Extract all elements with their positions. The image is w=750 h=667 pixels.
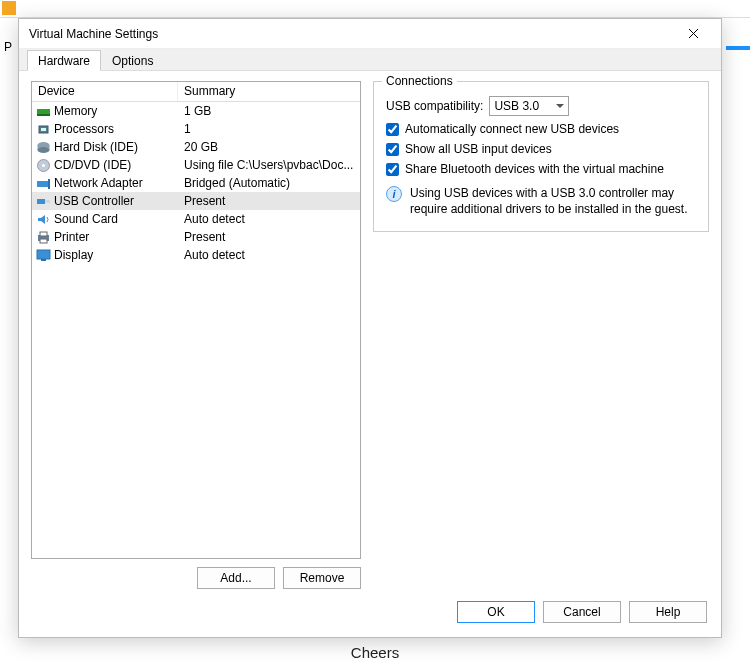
svg-rect-16 <box>37 250 50 259</box>
svg-rect-11 <box>37 199 45 204</box>
left-column: Device Summary Memory1 GBProcessors1Hard… <box>31 81 361 589</box>
device-summary: Auto detect <box>178 248 360 262</box>
device-row-hdd[interactable]: Hard Disk (IDE)20 GB <box>32 138 360 156</box>
net-icon <box>36 177 51 190</box>
chk-share-bt-input[interactable] <box>386 163 399 176</box>
ok-button[interactable]: OK <box>457 601 535 623</box>
chk-show-usb-label: Show all USB input devices <box>405 142 552 156</box>
usb-compat-row: USB compatibility: USB 3.0 <box>386 96 696 116</box>
tab-options[interactable]: Options <box>101 50 164 70</box>
connections-group: Connections USB compatibility: USB 3.0 A… <box>373 81 709 232</box>
chk-share-bt-label: Share Bluetooth devices with the virtual… <box>405 162 664 176</box>
device-name: Network Adapter <box>54 176 143 190</box>
help-button[interactable]: Help <box>629 601 707 623</box>
device-summary: Auto detect <box>178 212 360 226</box>
device-row-net[interactable]: Network AdapterBridged (Automatic) <box>32 174 360 192</box>
device-name: Display <box>54 248 93 262</box>
device-name: Hard Disk (IDE) <box>54 140 138 154</box>
cancel-button[interactable]: Cancel <box>543 601 621 623</box>
device-summary: Present <box>178 194 360 208</box>
sound-icon <box>36 213 51 226</box>
parent-left-char: P <box>4 40 12 54</box>
info-icon: i <box>386 186 402 202</box>
device-row-printer[interactable]: PrinterPresent <box>32 228 360 246</box>
chk-auto-connect[interactable]: Automatically connect new USB devices <box>386 122 696 136</box>
dialog-title: Virtual Machine Settings <box>29 27 673 41</box>
cheers-text: Cheers <box>351 644 399 661</box>
device-name: Processors <box>54 122 114 136</box>
usb-compat-label: USB compatibility: <box>386 99 483 113</box>
svg-point-6 <box>38 147 50 153</box>
svg-rect-12 <box>45 200 50 203</box>
tab-hardware[interactable]: Hardware <box>27 50 101 71</box>
svg-point-8 <box>42 164 45 167</box>
device-summary: Present <box>178 230 360 244</box>
device-row-cd[interactable]: CD/DVD (IDE)Using file C:\Users\pvbac\Do… <box>32 156 360 174</box>
cd-icon <box>36 159 51 172</box>
chk-auto-connect-input[interactable] <box>386 123 399 136</box>
chk-show-usb[interactable]: Show all USB input devices <box>386 142 696 156</box>
usb-icon <box>36 195 51 208</box>
device-summary: 1 <box>178 122 360 136</box>
device-row-cpu[interactable]: Processors1 <box>32 120 360 138</box>
app-icon <box>2 1 16 15</box>
remove-button[interactable]: Remove <box>283 567 361 589</box>
dialog-footer: OK Cancel Help <box>19 597 721 637</box>
device-row-memory[interactable]: Memory1 GB <box>32 102 360 120</box>
device-name: Memory <box>54 104 97 118</box>
col-device: Device <box>32 82 178 101</box>
device-row-sound[interactable]: Sound CardAuto detect <box>32 210 360 228</box>
device-name: Sound Card <box>54 212 118 226</box>
connections-title: Connections <box>382 74 457 88</box>
svg-rect-3 <box>41 128 46 131</box>
hdd-icon <box>36 141 51 154</box>
close-icon <box>688 28 699 39</box>
usb-compat-select-wrap: USB 3.0 <box>489 96 569 116</box>
device-name: Printer <box>54 230 89 244</box>
parent-window-titlebar <box>0 0 750 18</box>
device-summary: 1 GB <box>178 104 360 118</box>
tabs: Hardware Options <box>19 49 721 71</box>
col-summary: Summary <box>178 82 360 101</box>
svg-rect-14 <box>40 232 47 236</box>
device-summary: Bridged (Automatic) <box>178 176 360 190</box>
device-name: CD/DVD (IDE) <box>54 158 131 172</box>
device-summary: 20 GB <box>178 140 360 154</box>
vm-settings-dialog: Virtual Machine Settings Hardware Option… <box>18 18 722 638</box>
info-row: i Using USB devices with a USB 3.0 contr… <box>386 186 696 217</box>
device-row-display[interactable]: DisplayAuto detect <box>32 246 360 264</box>
device-name: USB Controller <box>54 194 134 208</box>
chk-auto-connect-label: Automatically connect new USB devices <box>405 122 619 136</box>
svg-rect-1 <box>37 114 50 116</box>
dialog-body: Device Summary Memory1 GBProcessors1Hard… <box>19 71 721 597</box>
device-list[interactable]: Device Summary Memory1 GBProcessors1Hard… <box>31 81 361 559</box>
printer-icon <box>36 231 51 244</box>
usb-compat-select[interactable]: USB 3.0 <box>489 96 569 116</box>
right-column: Connections USB compatibility: USB 3.0 A… <box>373 81 709 589</box>
svg-rect-10 <box>48 179 50 189</box>
svg-rect-9 <box>37 181 48 187</box>
cpu-icon <box>36 123 51 136</box>
parent-window-right <box>726 18 750 667</box>
close-button[interactable] <box>673 20 713 48</box>
device-row-usb[interactable]: USB ControllerPresent <box>32 192 360 210</box>
svg-rect-17 <box>41 259 46 261</box>
memory-icon <box>36 105 51 118</box>
display-icon <box>36 249 51 262</box>
add-button[interactable]: Add... <box>197 567 275 589</box>
device-summary: Using file C:\Users\pvbac\Doc... <box>178 158 360 172</box>
svg-rect-15 <box>40 239 47 243</box>
chk-share-bt[interactable]: Share Bluetooth devices with the virtual… <box>386 162 696 176</box>
device-buttons: Add... Remove <box>31 567 361 589</box>
dialog-titlebar: Virtual Machine Settings <box>19 19 721 49</box>
parent-accent-bar <box>726 46 750 50</box>
info-text: Using USB devices with a USB 3.0 control… <box>410 186 696 217</box>
chk-show-usb-input[interactable] <box>386 143 399 156</box>
device-list-header: Device Summary <box>32 82 360 102</box>
